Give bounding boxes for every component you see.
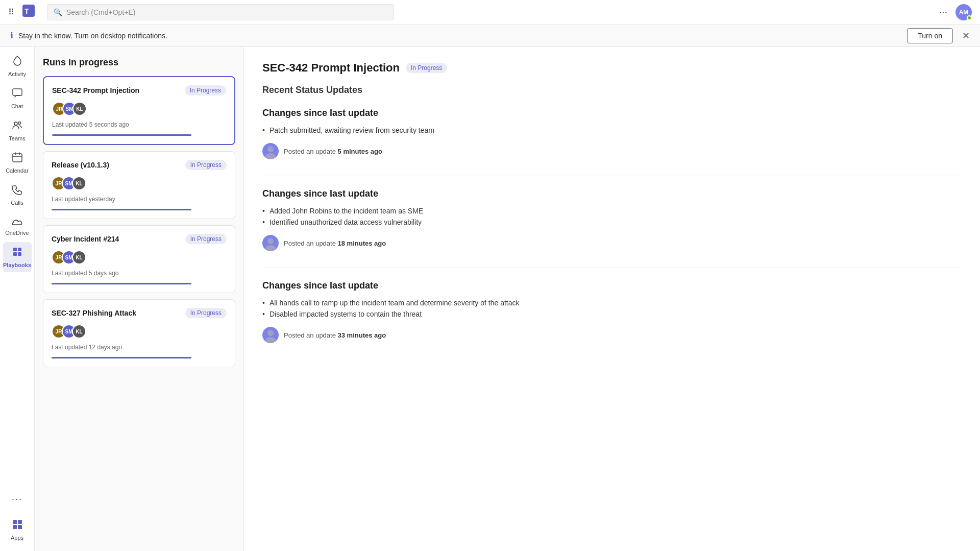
sidebar-label-onedrive: OneDrive [5, 230, 29, 236]
runs-in-progress-title: Runs in progress [43, 57, 235, 68]
run-card-footer-cyber214: Last updated 5 days ago [52, 270, 227, 277]
notification-close-button[interactable]: ✕ [962, 30, 970, 41]
run-card-sec342[interactable]: SEC-342 Prompt Injection In Progress JR … [43, 76, 235, 145]
sidebar-label-calls: Calls [11, 200, 23, 206]
notification-text: Stay in the know. Turn on desktop notifi… [18, 32, 902, 40]
update-footer-2: Posted an update 18 minutes ago [262, 235, 962, 251]
avatar-3: KL [72, 250, 86, 265]
changes-list-1: Patch submitted, awaiting review from se… [262, 125, 962, 136]
change-item: All hands call to ramp up the incident t… [262, 297, 962, 308]
update-avatar-3 [262, 327, 279, 343]
sidebar-item-calendar[interactable]: Calendar [3, 148, 32, 178]
changes-section-3: Changes since last update All hands call… [262, 280, 962, 343]
avatar-3: KL [72, 176, 86, 190]
sidebar: Activity Chat Teams [0, 47, 35, 551]
run-card-cyber214[interactable]: Cyber Incident #214 In Progress JR SM KL… [43, 225, 235, 293]
run-card-sec327[interactable]: SEC-327 Phishing Attack In Progress JR S… [43, 299, 235, 367]
run-card-bar-sec327 [52, 357, 191, 358]
avatar-3: KL [72, 324, 86, 339]
sidebar-item-activity[interactable]: Activity [3, 51, 32, 81]
onedrive-icon [12, 216, 23, 228]
sidebar-label-playbooks: Playbooks [3, 262, 31, 268]
notification-bar: ℹ Stay in the know. Turn on desktop noti… [0, 25, 980, 47]
more-options-button[interactable]: ··· [939, 6, 947, 18]
update-avatar-2 [262, 235, 279, 251]
right-panel: SEC-342 Prompt Injection In Progress Rec… [244, 47, 980, 551]
activity-icon [12, 55, 23, 69]
run-card-footer-sec327: Last updated 12 days ago [52, 344, 227, 351]
svg-rect-5 [13, 154, 22, 162]
chat-icon [12, 87, 23, 101]
topbar: ⠿ T 🔍 Search (Cmd+Opt+E) ··· AM [0, 0, 980, 25]
search-placeholder: Search (Cmd+Opt+E) [66, 8, 135, 16]
user-avatar[interactable]: AM [955, 4, 972, 20]
update-footer-1: Posted an update 5 minutes ago [262, 143, 962, 159]
svg-point-16 [267, 238, 274, 244]
sidebar-item-calls[interactable]: Calls [3, 180, 32, 210]
svg-point-14 [267, 146, 274, 152]
avatar-group-sec342: JR SM KL [52, 102, 226, 116]
changes-title-2: Changes since last update [262, 188, 962, 199]
changes-list-3: All hands call to ramp up the incident t… [262, 297, 962, 320]
search-bar[interactable]: 🔍 Search (Cmd+Opt+E) [47, 4, 394, 20]
run-card-release[interactable]: Release (v10.1.3) In Progress JR SM KL L… [43, 151, 235, 219]
run-card-title-cyber214: Cyber Incident #214 [52, 235, 119, 243]
sidebar-item-chat[interactable]: Chat [3, 83, 32, 113]
grid-icon[interactable]: ⠿ [8, 7, 14, 17]
update-text-3: Posted an update 33 minutes ago [284, 331, 386, 339]
avatar-3: KL [72, 102, 87, 116]
svg-point-3 [14, 122, 17, 125]
changes-title-1: Changes since last update [262, 108, 962, 118]
divider-2 [262, 268, 962, 268]
svg-rect-11 [18, 520, 22, 524]
apps-icon [12, 519, 23, 533]
svg-rect-9 [18, 252, 21, 256]
change-item: Added John Robins to the incident team a… [262, 205, 962, 217]
search-icon: 🔍 [54, 8, 62, 16]
svg-point-17 [265, 245, 276, 251]
svg-point-18 [267, 330, 274, 336]
run-card-bar-release [52, 209, 191, 210]
divider-1 [262, 176, 962, 176]
run-card-bar-cyber214 [52, 283, 191, 284]
update-footer-3: Posted an update 33 minutes ago [262, 327, 962, 343]
teams-icon [12, 119, 23, 133]
sidebar-item-more[interactable]: ··· [3, 490, 32, 509]
change-item: Patch submitted, awaiting review from se… [262, 125, 962, 136]
svg-point-19 [265, 337, 276, 343]
avatar-group-release: JR SM KL [52, 176, 227, 190]
changes-section-1: Changes since last update Patch submitte… [262, 108, 962, 159]
run-card-footer-release: Last updated yesterday [52, 196, 227, 203]
svg-rect-10 [13, 520, 17, 524]
playbooks-icon [12, 246, 23, 260]
svg-point-15 [265, 153, 276, 159]
sidebar-label-teams: Teams [9, 135, 25, 141]
calls-icon [12, 184, 23, 198]
run-card-bar-sec342 [52, 134, 191, 136]
sidebar-label-calendar: Calendar [6, 167, 29, 174]
info-icon: ℹ [10, 31, 13, 40]
change-item: Disabled impacted systems to contain the… [262, 308, 962, 320]
sidebar-item-apps[interactable]: Apps [3, 515, 32, 545]
svg-rect-12 [13, 525, 17, 529]
changes-section-2: Changes since last update Added John Rob… [262, 188, 962, 251]
sidebar-item-onedrive[interactable]: OneDrive [3, 212, 32, 240]
sidebar-item-teams[interactable]: Teams [3, 115, 32, 146]
sidebar-label-chat: Chat [11, 103, 23, 109]
svg-rect-2 [13, 89, 22, 95]
left-panel: Runs in progress SEC-342 Prompt Injectio… [35, 47, 244, 551]
update-text-2: Posted an update 18 minutes ago [284, 239, 386, 247]
run-card-title-sec327: SEC-327 Phishing Attack [52, 309, 136, 317]
right-panel-title: SEC-342 Prompt Injection [262, 61, 400, 75]
update-avatar-1 [262, 143, 279, 159]
sidebar-item-playbooks[interactable]: Playbooks [3, 242, 32, 272]
svg-rect-8 [13, 252, 17, 256]
more-icon: ··· [12, 494, 22, 505]
content-area: Runs in progress SEC-342 Prompt Injectio… [35, 47, 980, 551]
sidebar-label-activity: Activity [8, 71, 26, 77]
status-badge-sec327: In Progress [185, 308, 227, 318]
svg-text:T: T [24, 7, 29, 15]
turn-on-button[interactable]: Turn on [907, 28, 953, 43]
run-card-footer-sec342: Last updated 5 seconds ago [52, 121, 226, 128]
calendar-icon [12, 152, 23, 165]
